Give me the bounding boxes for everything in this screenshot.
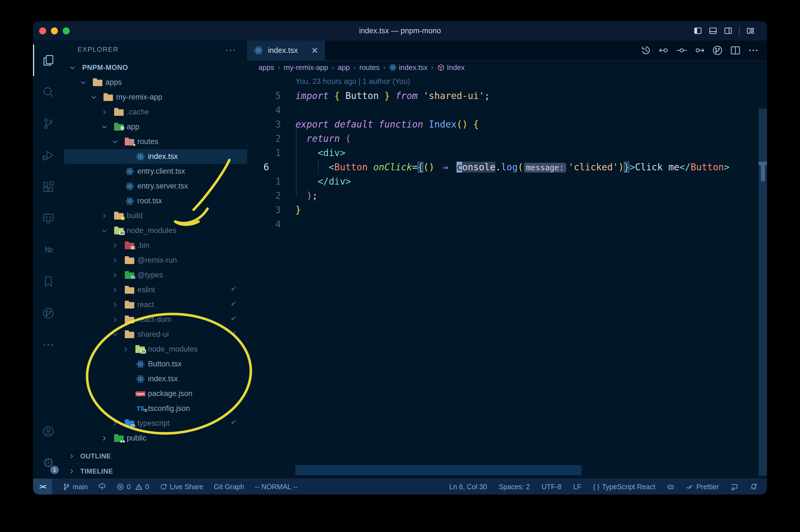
status-branch[interactable]: main [63, 483, 88, 491]
status-eol[interactable]: LF [573, 483, 581, 491]
tree-item-typescript[interactable]: TStypescript [64, 416, 247, 431]
maximize-window-button[interactable] [63, 27, 70, 34]
activity-item-search[interactable] [33, 76, 64, 108]
tree-item--remix-run[interactable]: @remix-run [64, 253, 247, 268]
chevron-right-icon[interactable] [112, 257, 125, 264]
more-icon[interactable] [748, 45, 759, 56]
status-warnings[interactable]: 0 [135, 483, 149, 491]
status-copilot[interactable] [667, 483, 674, 491]
close-window-button[interactable] [39, 27, 46, 34]
tree-item-public[interactable]: public [64, 431, 247, 445]
activity-item-git-graph[interactable] [33, 297, 64, 329]
code-line[interactable]: You, 23 hours ago | 1 author (You) [247, 74, 767, 89]
tab-close-icon[interactable]: ✕ [311, 45, 318, 55]
activity-item-more-views[interactable] [33, 329, 64, 361]
chevron-right-icon[interactable] [101, 435, 114, 442]
activity-item-settings[interactable]: ⚙1 [33, 447, 64, 479]
breadcrumb-item-app[interactable]: app [338, 63, 350, 72]
code-line[interactable]: 4 [247, 217, 767, 231]
tree-item-shared-ui[interactable]: shared-ui [64, 327, 247, 342]
chevron-right-icon[interactable] [112, 272, 125, 279]
tree-item-node-modules[interactable]: JSnode_modules [64, 342, 247, 357]
tree-item-index-tsx[interactable]: index.tsx [64, 372, 247, 386]
tree-item-app[interactable]: ⚙app [64, 119, 247, 134]
breadcrumb-item-index-tsx[interactable]: index.tsx [389, 63, 428, 72]
chevron-right-icon[interactable] [112, 420, 125, 427]
activity-item-accounts[interactable] [33, 415, 64, 447]
breadcrumb-item-routes[interactable]: routes [359, 63, 380, 72]
sidebar-section-outline[interactable]: OUTLINE [64, 449, 247, 463]
tab-index-tsx[interactable]: index.tsx ✕ [247, 41, 325, 60]
code-line[interactable]: 1 <div> [247, 146, 767, 160]
commit-fwd-icon[interactable] [694, 45, 705, 56]
tree-item-build[interactable]: build [64, 208, 247, 223]
tree-item-react[interactable]: react [64, 297, 247, 312]
activity-item-bookmarks[interactable] [33, 266, 64, 297]
tree-item-my-remix-app[interactable]: my-remix-app [64, 90, 247, 104]
layout-sidebar-left-icon[interactable] [694, 26, 702, 35]
tree-item-button-tsx[interactable]: Button.tsx [64, 357, 247, 372]
tree-item-pnpm-mono[interactable]: PNPM-MONO [64, 60, 247, 75]
remote-indicator[interactable]: >< [33, 479, 52, 495]
code-line[interactable]: 2 ); [247, 189, 767, 203]
status-feedback[interactable] [731, 483, 738, 491]
chevron-down-icon[interactable] [112, 138, 125, 145]
chevron-right-icon[interactable] [112, 316, 125, 323]
status-language[interactable]: { }TypeScript React [593, 483, 655, 491]
layout-sidebar-right-icon[interactable] [724, 26, 732, 35]
layout-panel-icon[interactable] [709, 26, 717, 35]
status-problems[interactable]: 00 [117, 483, 149, 491]
code-line[interactable]: 2 return ( [247, 131, 767, 146]
code-line[interactable]: 1 </div> [247, 174, 767, 189]
code-editor[interactable]: You, 23 hours ago | 1 author (You)5impor… [247, 74, 767, 479]
code-line[interactable]: 6 <Button onClick={() ⇒ console.log(mess… [247, 160, 767, 174]
status-live-share[interactable]: Live Share [160, 483, 203, 491]
tree-item-tsconfig-json[interactable]: TS⚙tsconfig.json [64, 401, 247, 416]
breadcrumb-item-apps[interactable]: apps [259, 63, 274, 72]
tree-item--types[interactable]: TS@types [64, 268, 247, 283]
code-line[interactable]: 3} [247, 203, 767, 217]
code-line[interactable]: 4 [247, 103, 767, 117]
horizontal-scrollbar[interactable] [296, 465, 582, 475]
tree-item-react-dom[interactable]: react-dom [64, 312, 247, 327]
tree-item-entry-server-tsx[interactable]: entry.server.tsx [64, 179, 247, 193]
chevron-right-icon[interactable] [101, 109, 114, 115]
status-git-graph[interactable]: Git Graph [214, 483, 244, 491]
tree-item-entry-client-tsx[interactable]: entry.client.tsx [64, 164, 247, 179]
history-icon[interactable] [641, 45, 651, 56]
status-sync[interactable] [98, 483, 106, 491]
tree-item-index-tsx[interactable]: index.tsx [64, 149, 247, 164]
split-icon[interactable] [730, 45, 741, 56]
status-indentation[interactable]: Spaces: 2 [499, 483, 530, 491]
chevron-down-icon[interactable] [101, 227, 114, 234]
chevron-down-icon[interactable] [112, 331, 125, 338]
chevron-right-icon[interactable] [122, 346, 135, 353]
vertical-scrollbar[interactable] [759, 109, 767, 476]
code-line[interactable]: 3export default function Index() { [247, 117, 767, 131]
tree-item--cache[interactable]: .cache [64, 104, 247, 119]
activity-item-source-control[interactable] [33, 108, 64, 139]
breadcrumb-item-my-remix-app[interactable]: my-remix-app [284, 63, 328, 72]
chevron-down-icon[interactable] [90, 94, 103, 101]
layout-custom-icon[interactable] [746, 26, 755, 35]
tree-item-eslint[interactable]: eslint [64, 283, 247, 297]
chevron-down-icon[interactable] [80, 79, 93, 86]
chevron-down-icon[interactable] [101, 124, 114, 130]
chevron-right-icon[interactable] [112, 287, 125, 293]
status-prettier[interactable]: Prettier [686, 483, 719, 491]
tree-item-apps[interactable]: apps [64, 75, 247, 90]
commit-icon[interactable] [677, 45, 687, 56]
status-notifications[interactable] [750, 483, 758, 491]
tree-item--bin[interactable]: 01.bin [64, 238, 247, 253]
tree-item-root-tsx[interactable]: root.tsx [64, 193, 247, 208]
status-cursor-position[interactable]: Ln 6, Col 30 [449, 483, 487, 491]
activity-item-run-debug[interactable] [33, 139, 64, 171]
commit-back-icon[interactable] [659, 45, 669, 56]
breadcrumb-item-index[interactable]: Index [437, 63, 465, 72]
code-line[interactable]: 5import { Button } from 'shared-ui'; [247, 89, 767, 103]
tree-item-package-json[interactable]: npmpackage.json [64, 386, 247, 401]
explorer-more-actions-icon[interactable]: ··· [225, 47, 236, 52]
activity-item-explorer[interactable] [33, 44, 64, 76]
activity-item-nx-console[interactable]: N≥ [33, 234, 64, 266]
chevron-down-icon[interactable] [69, 64, 82, 71]
